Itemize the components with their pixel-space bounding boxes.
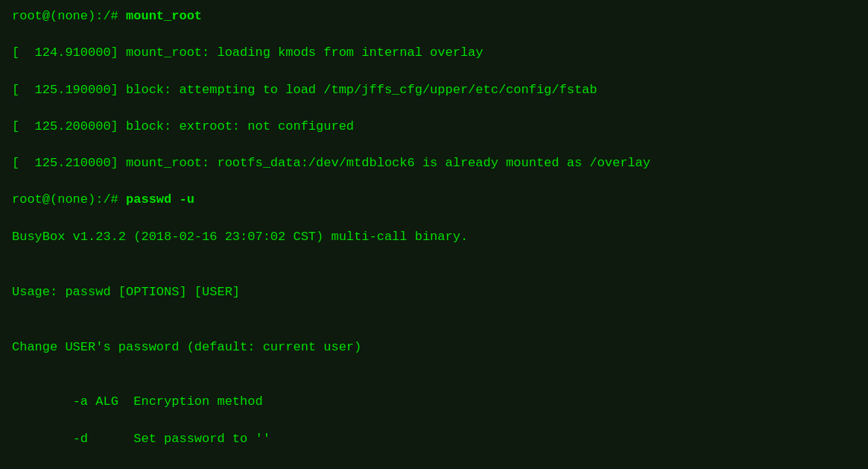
output-line: BusyBox v1.23.2 (2018-02-16 23:07:02 CST… — [12, 228, 856, 247]
blank-line — [12, 320, 856, 339]
output-line: -d Set password to '' — [12, 430, 856, 449]
output-line: [ 125.210000] mount_root: rootfs_data:/d… — [12, 154, 856, 173]
command-text: passwd -u — [126, 192, 194, 207]
output-line: Usage: passwd [OPTIONS] [USER] — [12, 283, 856, 302]
prompt: root@(none):/# — [12, 9, 126, 23]
command-line: root@(none):/# passwd -u — [12, 191, 856, 210]
command-text: mount_root — [126, 9, 202, 23]
blank-line — [12, 375, 856, 394]
blank-line — [12, 265, 856, 283]
command-line: root@(none):/# mount_root — [12, 7, 856, 26]
output-line: [ 125.200000] block: extroot: not config… — [12, 118, 856, 136]
output-line: -a ALG Encryption method — [12, 393, 856, 412]
prompt: root@(none):/# — [12, 192, 126, 207]
output-line: Change USER's password (default: current… — [12, 339, 856, 357]
output-line: [ 124.910000] mount_root: loading kmods … — [12, 44, 856, 63]
output-line: [ 125.190000] block: attempting to load … — [12, 81, 856, 100]
terminal-window[interactable]: root@(none):/# mount_root[ 124.910000] m… — [0, 0, 868, 469]
